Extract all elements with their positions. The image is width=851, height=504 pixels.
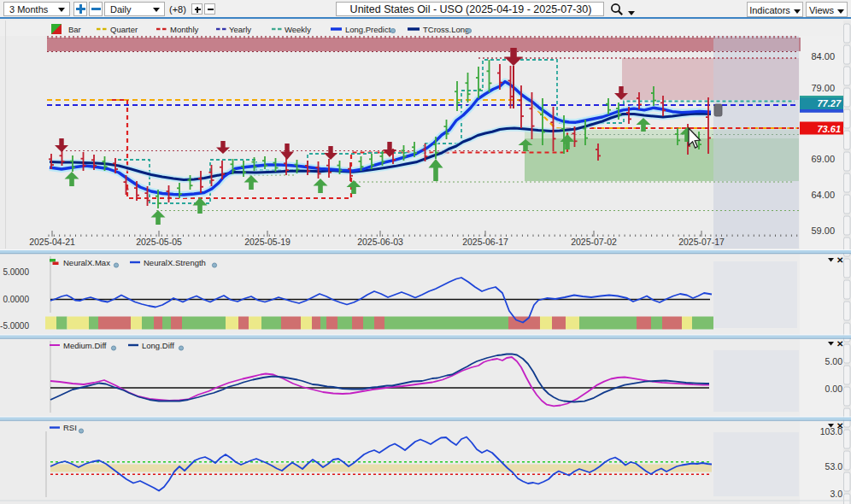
svg-text:Monthly: Monthly [170, 25, 199, 34]
svg-text:Quarter: Quarter [110, 25, 138, 34]
svg-text:Weekly: Weekly [285, 25, 311, 34]
svg-text:73.61: 73.61 [817, 124, 841, 134]
svg-text:79.00: 79.00 [811, 83, 835, 93]
svg-text:-5.0000: -5.0000 [0, 321, 29, 331]
svg-text:2025-07-02: 2025-07-02 [571, 237, 617, 247]
svg-text:3.0: 3.0 [830, 489, 842, 499]
svg-text:69.00: 69.00 [811, 154, 835, 164]
svg-text:64.00: 64.00 [811, 190, 835, 200]
svg-text:2025-05-05: 2025-05-05 [136, 237, 182, 247]
svg-text:NeuralX.Max: NeuralX.Max [63, 258, 110, 267]
svg-text:59.00: 59.00 [811, 226, 835, 236]
svg-text:5.0000: 5.0000 [3, 267, 29, 277]
svg-text:2025-06-17: 2025-06-17 [462, 237, 508, 247]
svg-text:Long.Predict: Long.Predict [345, 25, 391, 34]
svg-text:2025-04-21: 2025-04-21 [29, 237, 75, 247]
svg-text:TCross.Long: TCross.Long [423, 25, 469, 34]
svg-text:2025-07-17: 2025-07-17 [678, 237, 725, 247]
svg-text:✕: ✕ [836, 339, 843, 349]
svg-text:77.27: 77.27 [817, 98, 841, 108]
svg-text:53.0: 53.0 [825, 461, 843, 472]
svg-text:5.00: 5.00 [825, 356, 843, 366]
svg-text:103.0: 103.0 [820, 426, 842, 437]
svg-text:84.00: 84.00 [811, 51, 835, 62]
svg-text:0.0000: 0.0000 [3, 295, 29, 304]
svg-text:RSI: RSI [63, 423, 77, 432]
svg-text:✕: ✕ [836, 255, 843, 265]
svg-text:2025-06-03: 2025-06-03 [357, 237, 403, 247]
svg-text:2025-05-19: 2025-05-19 [244, 237, 291, 247]
svg-text:0.00: 0.00 [825, 384, 843, 394]
svg-text:Yearly: Yearly [229, 25, 251, 34]
svg-text:Long.Diff: Long.Diff [142, 341, 174, 350]
svg-text:NeuralX.Strength: NeuralX.Strength [144, 258, 206, 267]
svg-text:Bar: Bar [68, 25, 81, 34]
svg-text:Medium.Diff: Medium.Diff [63, 341, 107, 350]
